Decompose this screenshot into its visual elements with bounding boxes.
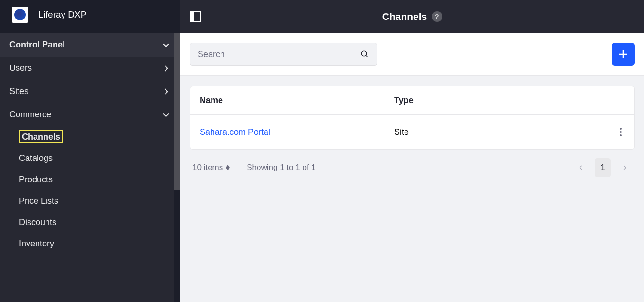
chevron-right-icon xyxy=(161,64,171,73)
sort-icon xyxy=(226,165,230,170)
nav-label: Commerce xyxy=(9,110,51,120)
table-footer: 10 items Showing 1 to 1 of 1 1 xyxy=(190,150,635,177)
sidebar-item-label: Inventory xyxy=(19,239,54,248)
sidebar-item-label: Discounts xyxy=(19,217,56,227)
table: Name Type Sahara.com Portal Site xyxy=(190,86,635,150)
nav-control-panel[interactable]: Control Panel xyxy=(0,33,180,57)
footer-left: 10 items Showing 1 to 1 of 1 xyxy=(193,163,316,172)
prev-page-button[interactable] xyxy=(574,160,588,175)
search-input[interactable] xyxy=(198,49,360,59)
sidebar-item-label: Price Lists xyxy=(19,196,58,206)
nav-label: Users xyxy=(9,63,32,73)
nav-label: Sites xyxy=(9,86,28,96)
sidebar-item-label: Products xyxy=(19,175,53,184)
chevron-left-icon xyxy=(578,164,584,171)
sidebar-item-label: Channels xyxy=(19,130,63,143)
nav-label: Control Panel xyxy=(9,40,65,50)
chevron-down-icon xyxy=(161,110,171,120)
brand-title: Liferay DXP xyxy=(38,9,86,20)
sidebar-item-discounts[interactable]: Discounts xyxy=(0,212,180,233)
chevron-right-icon xyxy=(161,87,171,96)
top-bar: Channels ? xyxy=(180,0,644,33)
row-actions-menu[interactable] xyxy=(617,125,625,139)
scrollbar-thumb[interactable] xyxy=(174,33,180,190)
sidebar-item-products[interactable]: Products xyxy=(0,169,180,190)
kebab-dot xyxy=(620,131,622,133)
showing-text: Showing 1 to 1 of 1 xyxy=(247,163,316,172)
plus-icon xyxy=(618,49,628,59)
nav-commerce[interactable]: Commerce xyxy=(0,103,180,126)
content: Name Type Sahara.com Portal Site xyxy=(180,76,644,302)
table-row: Sahara.com Portal Site xyxy=(190,115,634,149)
row-type: Site xyxy=(394,127,606,137)
page-title: Channels xyxy=(382,11,427,22)
panel-toggle-icon[interactable] xyxy=(190,11,201,22)
toolbar xyxy=(180,33,644,76)
svg-point-0 xyxy=(361,51,367,56)
scrollbar-track[interactable] xyxy=(174,33,180,302)
logo-icon xyxy=(14,9,26,20)
search-wrap xyxy=(190,43,377,66)
col-name-header: Name xyxy=(200,95,394,105)
sidebar-item-channels[interactable]: Channels xyxy=(0,126,180,148)
page-title-wrap: Channels ? xyxy=(382,11,442,22)
kebab-dot xyxy=(620,134,622,136)
pager: 1 xyxy=(574,158,632,177)
brand-bar: Liferay DXP xyxy=(0,0,180,33)
sidebar-item-label: Catalogs xyxy=(19,153,53,163)
svg-line-1 xyxy=(366,55,368,57)
sidebar-item-catalogs[interactable]: Catalogs xyxy=(0,148,180,169)
kebab-dot xyxy=(620,128,622,130)
chevron-right-icon xyxy=(621,164,628,171)
table-header: Name Type xyxy=(190,86,634,115)
add-button[interactable] xyxy=(612,43,635,66)
brand-logo[interactable] xyxy=(12,7,28,23)
main-area: Channels ? Name Type Sahara.com Portal S… xyxy=(180,0,644,302)
page-number[interactable]: 1 xyxy=(595,158,611,177)
sidebar: Liferay DXP Control Panel Users Sites Co… xyxy=(0,0,180,302)
nav-sites[interactable]: Sites xyxy=(0,80,180,103)
col-type-header: Type xyxy=(394,95,606,105)
row-name-link[interactable]: Sahara.com Portal xyxy=(200,127,394,137)
search-icon[interactable] xyxy=(360,50,369,58)
help-icon[interactable]: ? xyxy=(432,11,442,22)
items-per-page[interactable]: 10 items xyxy=(193,163,230,172)
nav-users[interactable]: Users xyxy=(0,57,180,80)
chevron-down-icon xyxy=(161,40,171,50)
sidebar-item-price-lists[interactable]: Price Lists xyxy=(0,190,180,212)
sidebar-item-inventory[interactable]: Inventory xyxy=(0,233,180,255)
sidebar-scroll: Control Panel Users Sites Commerce Chann… xyxy=(0,33,180,302)
next-page-button[interactable] xyxy=(617,160,632,175)
svg-marker-5 xyxy=(226,168,230,170)
items-label: 10 items xyxy=(193,163,223,172)
